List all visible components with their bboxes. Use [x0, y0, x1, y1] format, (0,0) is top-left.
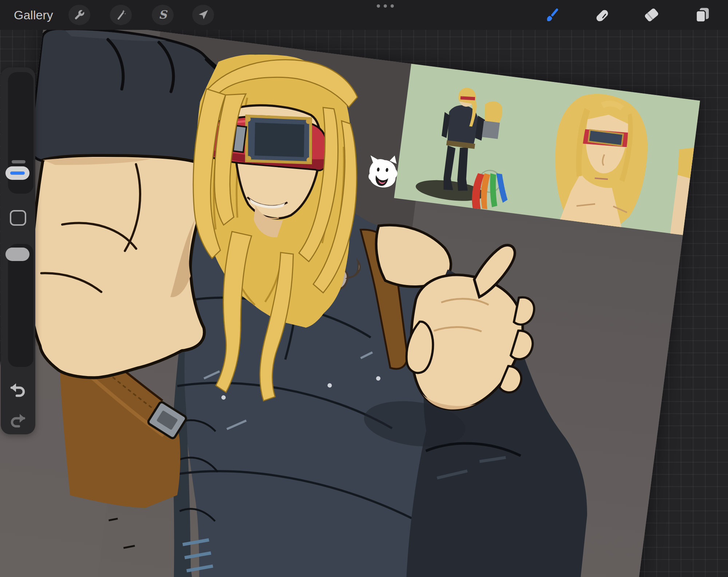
adjustments-s-button[interactable]: S — [152, 5, 174, 25]
magic-wand-icon — [115, 9, 127, 21]
wrench-icon — [74, 9, 85, 21]
undo-icon — [9, 381, 27, 398]
undo-button[interactable] — [9, 381, 27, 399]
redo-button[interactable] — [9, 412, 27, 430]
layers-tool-button[interactable] — [694, 6, 711, 24]
top-toolbar: Gallery S — [0, 0, 728, 30]
brush-size-handle[interactable] — [5, 166, 29, 180]
opacity-slider[interactable] — [8, 244, 33, 367]
redo-icon — [9, 412, 27, 428]
actions-button[interactable] — [68, 5, 90, 25]
eraser-icon — [643, 7, 660, 23]
layers-icon — [694, 7, 711, 23]
opacity-handle[interactable] — [5, 248, 29, 261]
selection-arrow-icon — [197, 9, 209, 21]
overflow-dots[interactable] — [377, 4, 394, 8]
selection-button[interactable] — [192, 5, 214, 25]
paint-brush-icon — [544, 6, 561, 24]
adjustments-button[interactable] — [110, 5, 132, 25]
smudge-finger-icon — [594, 7, 610, 23]
brush-tool-button[interactable] — [544, 6, 561, 24]
svg-text:S: S — [159, 9, 168, 21]
eraser-tool-button[interactable] — [643, 6, 660, 24]
adjustments-s-icon: S — [157, 9, 169, 21]
modify-button[interactable] — [10, 210, 26, 226]
smudge-tool-button[interactable] — [593, 6, 611, 24]
left-sidebar — [1, 67, 35, 434]
slider-memory-dash — [12, 160, 25, 163]
gallery-button[interactable]: Gallery — [14, 0, 53, 30]
drawing-canvas[interactable] — [0, 17, 700, 577]
brush-size-accent — [10, 171, 25, 175]
artwork-illustration — [0, 17, 700, 577]
